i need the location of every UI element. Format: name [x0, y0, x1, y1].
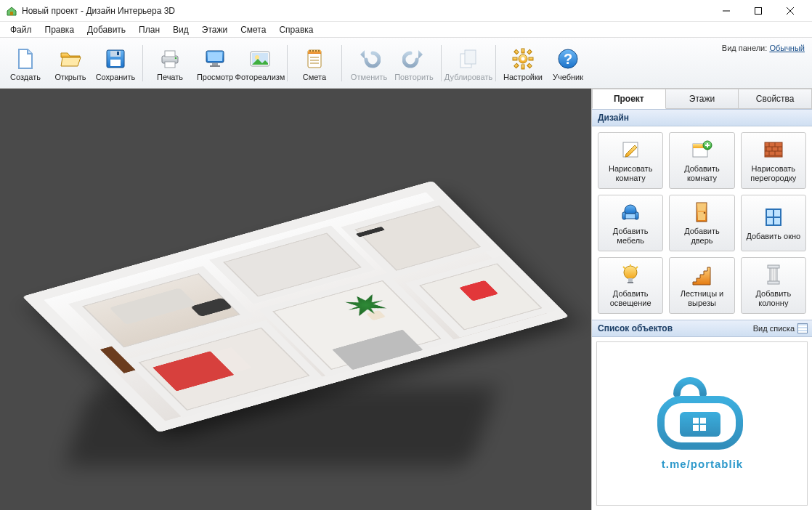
window-maximize-button[interactable] [742, 0, 774, 22]
side-panel-tabs: ПроектЭтажиСвойства [592, 89, 812, 109]
save-button[interactable]: Сохранить [93, 41, 138, 86]
toolbar-separator [495, 45, 496, 81]
toolbar-label: Настройки [503, 73, 543, 81]
design-button-label: Добавить окно [746, 232, 800, 241]
window-minimize-button[interactable] [710, 0, 742, 22]
design-button-label: Добавить колонну [744, 289, 803, 307]
design-button-label: Добавить комнату [673, 164, 731, 182]
add-furniture-button[interactable]: Добавить мебель [598, 195, 663, 251]
open-button[interactable]: Открыть [48, 41, 93, 86]
window-icon [762, 206, 785, 229]
redo-button: Повторить [391, 41, 437, 86]
menu-файл[interactable]: Файл [4, 23, 38, 36]
stairs-icon [690, 263, 713, 286]
toolbar-label: Создать [10, 73, 41, 81]
toolbar-separator [441, 45, 442, 81]
undo-button: Отменить [346, 41, 391, 86]
design-button-label: Добавить освещение [601, 289, 659, 307]
svg-rect-61 [700, 425, 706, 431]
tab-этажи[interactable]: Этажи [666, 89, 739, 109]
design-button-label: Лестницы и вырезы [673, 289, 731, 307]
file-new-icon [14, 47, 37, 70]
tutorial-button[interactable]: Учебник [545, 41, 590, 86]
svg-rect-55 [755, 7, 762, 14]
side-panel: ПроектЭтажиСвойства Дизайн Нарисовать ко… [591, 89, 812, 510]
floppy-icon [104, 47, 127, 70]
tab-свойства[interactable]: Свойства [739, 89, 812, 109]
toolbar-label: Дублировать [444, 73, 492, 81]
menu-справка[interactable]: Справка [273, 23, 319, 36]
print-button[interactable]: Печать [147, 41, 192, 86]
menu-правка[interactable]: Правка [39, 23, 81, 36]
undo-icon [357, 47, 381, 70]
create-button[interactable]: Создать [3, 41, 48, 86]
door-icon [690, 201, 713, 224]
menu-план[interactable]: План [133, 23, 166, 36]
column-icon [762, 263, 785, 286]
panel-mode-switch: Вид панели: Обычный [722, 44, 805, 52]
folder-open-icon [59, 47, 82, 70]
photoreal-button[interactable]: Фотореализм [237, 41, 283, 86]
monitor-icon [203, 47, 227, 70]
redo-icon [402, 47, 426, 70]
menu-этажи[interactable]: Этажи [196, 23, 233, 36]
toolbar-label: Отменить [351, 73, 387, 81]
toolbar-label: Фотореализм [235, 73, 285, 81]
draw-partition-button[interactable]: Нарисовать перегородку [741, 132, 806, 189]
draw-room-button[interactable]: Нарисовать комнату [598, 132, 663, 189]
photo-icon [248, 47, 272, 70]
armchair-icon [619, 201, 642, 224]
add-window-button[interactable]: Добавить окно [741, 195, 806, 251]
window-close-button[interactable] [774, 0, 806, 22]
add-room-icon [690, 138, 713, 161]
panel-mode-link[interactable]: Обычный [769, 44, 805, 52]
design-button-label: Добавить дверь [673, 227, 731, 245]
toolbar-separator [287, 45, 288, 81]
toolbar-separator [341, 45, 342, 81]
add-room-button[interactable]: Добавить комнату [669, 132, 734, 189]
watermark-text: t.me/portablik [661, 458, 742, 470]
toolbar-label: Печать [157, 73, 183, 81]
add-light-button[interactable]: Добавить освещение [598, 257, 663, 314]
titlebar: Новый проект - Дизайн Интерьера 3D [0, 0, 812, 22]
list-mode-label: Вид списка [753, 324, 795, 333]
add-column-button[interactable]: Добавить колонну [741, 257, 806, 314]
preview-button[interactable]: Просмотр [192, 41, 237, 86]
toolbar-label: Смета [303, 73, 326, 81]
window-title: Новый проект - Дизайн Интерьера 3D [22, 6, 710, 16]
tab-проект[interactable]: Проект [592, 89, 666, 109]
design-button-label: Нарисовать комнату [601, 164, 659, 182]
add-door-button[interactable]: Добавить дверь [669, 195, 734, 251]
menubar: ФайлПравкаДобавитьПланВидЭтажиСметаСправ… [0, 22, 812, 38]
toolbar-label: Сохранить [96, 73, 136, 81]
settings-button[interactable]: Настройки [500, 41, 545, 86]
brick-wall-icon [762, 138, 785, 161]
objects-list[interactable]: t.me/portablik [596, 341, 808, 506]
app-icon [6, 5, 17, 17]
design-tools-grid: Нарисовать комнатуДобавить комнатуНарисо… [592, 126, 812, 320]
list-mode-icon[interactable] [797, 323, 808, 333]
duplicate-button: Дублировать [446, 41, 491, 86]
pencil-room-icon [619, 138, 642, 161]
svg-rect-59 [700, 418, 706, 424]
menu-добавить[interactable]: Добавить [81, 23, 131, 36]
design-button-label: Добавить мебель [601, 227, 659, 245]
svg-rect-57 [680, 412, 720, 437]
toolbar: СоздатьОткрытьСохранитьПечатьПросмотрФот… [0, 38, 812, 89]
workspace: ПроектЭтажиСвойства Дизайн Нарисовать ко… [0, 89, 812, 510]
toolbar-label: Учебник [553, 73, 583, 81]
menu-смета[interactable]: Смета [235, 23, 272, 36]
menu-вид[interactable]: Вид [167, 23, 195, 36]
gear-icon [511, 47, 535, 70]
help-icon [556, 47, 580, 70]
watermark: t.me/portablik [641, 372, 764, 476]
estimate-button[interactable]: Смета [292, 41, 337, 86]
floor-plan-model [34, 118, 557, 481]
svg-rect-60 [693, 425, 699, 431]
svg-rect-58 [693, 418, 699, 424]
stairs-cutouts-button[interactable]: Лестницы и вырезы [669, 257, 734, 314]
viewport-3d[interactable] [0, 89, 591, 510]
objects-list-header: Список объектов Вид списка [592, 320, 812, 337]
toolbar-label: Открыть [54, 73, 86, 81]
design-section-header: Дизайн [592, 109, 812, 126]
